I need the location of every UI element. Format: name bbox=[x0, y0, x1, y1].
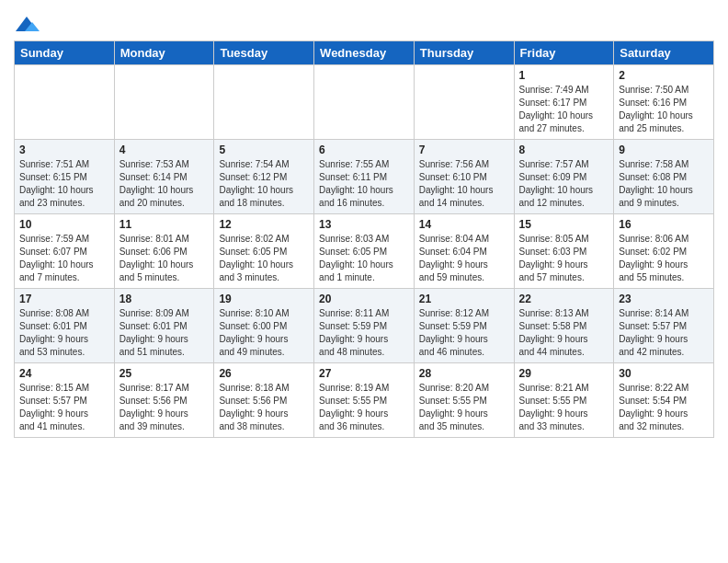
calendar-cell: 8Sunrise: 7:57 AM Sunset: 6:09 PM Daylig… bbox=[514, 140, 614, 214]
weekday-header-row: SundayMondayTuesdayWednesdayThursdayFrid… bbox=[15, 41, 714, 65]
day-number: 30 bbox=[619, 367, 709, 380]
day-number: 14 bbox=[419, 218, 509, 231]
day-info: Sunrise: 7:58 AM Sunset: 6:08 PM Dayligh… bbox=[619, 158, 709, 210]
calendar-cell: 14Sunrise: 8:04 AM Sunset: 6:04 PM Dayli… bbox=[414, 214, 514, 289]
calendar-table: SundayMondayTuesdayWednesdayThursdayFrid… bbox=[14, 40, 714, 438]
day-info: Sunrise: 8:03 AM Sunset: 6:05 PM Dayligh… bbox=[319, 233, 409, 284]
day-number: 22 bbox=[519, 293, 609, 305]
calendar-cell: 29Sunrise: 8:21 AM Sunset: 5:55 PM Dayli… bbox=[514, 363, 614, 438]
day-number: 12 bbox=[219, 218, 309, 231]
day-info: Sunrise: 8:01 AM Sunset: 6:06 PM Dayligh… bbox=[119, 233, 210, 284]
day-number: 21 bbox=[419, 293, 509, 305]
week-row-1: 1Sunrise: 7:49 AM Sunset: 6:17 PM Daylig… bbox=[15, 65, 714, 140]
week-row-5: 24Sunrise: 8:15 AM Sunset: 5:57 PM Dayli… bbox=[15, 363, 714, 438]
weekday-header-thursday: Thursday bbox=[414, 41, 514, 65]
day-number: 13 bbox=[319, 218, 409, 231]
day-info: Sunrise: 7:49 AM Sunset: 6:17 PM Dayligh… bbox=[519, 84, 609, 135]
day-number: 10 bbox=[19, 218, 109, 231]
weekday-header-saturday: Saturday bbox=[614, 41, 714, 65]
day-info: Sunrise: 8:02 AM Sunset: 6:05 PM Dayligh… bbox=[219, 233, 309, 284]
day-number: 3 bbox=[19, 144, 109, 156]
calendar-cell: 17Sunrise: 8:08 AM Sunset: 6:01 PM Dayli… bbox=[15, 289, 115, 363]
calendar-cell: 22Sunrise: 8:13 AM Sunset: 5:58 PM Dayli… bbox=[514, 289, 614, 363]
calendar-cell bbox=[214, 65, 314, 140]
day-info: Sunrise: 8:08 AM Sunset: 6:01 PM Dayligh… bbox=[19, 307, 109, 359]
day-number: 5 bbox=[219, 144, 309, 156]
day-number: 1 bbox=[519, 69, 609, 82]
calendar-cell: 4Sunrise: 7:53 AM Sunset: 6:14 PM Daylig… bbox=[114, 140, 214, 214]
week-row-4: 17Sunrise: 8:08 AM Sunset: 6:01 PM Dayli… bbox=[15, 289, 714, 363]
calendar-cell bbox=[414, 65, 514, 140]
day-number: 28 bbox=[419, 367, 509, 380]
day-number: 4 bbox=[119, 144, 210, 156]
day-number: 27 bbox=[319, 367, 409, 380]
day-info: Sunrise: 7:53 AM Sunset: 6:14 PM Dayligh… bbox=[119, 158, 210, 210]
page-header bbox=[14, 9, 714, 35]
day-number: 26 bbox=[219, 367, 309, 380]
calendar-cell: 28Sunrise: 8:20 AM Sunset: 5:55 PM Dayli… bbox=[414, 363, 514, 438]
day-number: 29 bbox=[519, 367, 609, 380]
calendar-cell bbox=[15, 65, 115, 140]
logo-icon bbox=[14, 15, 40, 35]
calendar-cell: 2Sunrise: 7:50 AM Sunset: 6:16 PM Daylig… bbox=[614, 65, 714, 140]
day-info: Sunrise: 7:50 AM Sunset: 6:16 PM Dayligh… bbox=[619, 84, 709, 135]
day-info: Sunrise: 8:05 AM Sunset: 6:03 PM Dayligh… bbox=[519, 233, 609, 284]
calendar-cell: 23Sunrise: 8:14 AM Sunset: 5:57 PM Dayli… bbox=[614, 289, 714, 363]
calendar-cell: 12Sunrise: 8:02 AM Sunset: 6:05 PM Dayli… bbox=[214, 214, 314, 289]
day-number: 9 bbox=[619, 144, 709, 156]
calendar-cell: 7Sunrise: 7:56 AM Sunset: 6:10 PM Daylig… bbox=[414, 140, 514, 214]
day-info: Sunrise: 8:12 AM Sunset: 5:59 PM Dayligh… bbox=[419, 307, 509, 359]
calendar-cell: 9Sunrise: 7:58 AM Sunset: 6:08 PM Daylig… bbox=[614, 140, 714, 214]
calendar-cell: 18Sunrise: 8:09 AM Sunset: 6:01 PM Dayli… bbox=[114, 289, 214, 363]
day-number: 11 bbox=[119, 218, 210, 231]
day-number: 24 bbox=[19, 367, 109, 380]
calendar-cell: 6Sunrise: 7:55 AM Sunset: 6:11 PM Daylig… bbox=[314, 140, 415, 214]
day-number: 19 bbox=[219, 293, 309, 305]
day-info: Sunrise: 8:10 AM Sunset: 6:00 PM Dayligh… bbox=[219, 307, 309, 359]
day-info: Sunrise: 7:56 AM Sunset: 6:10 PM Dayligh… bbox=[419, 158, 509, 210]
calendar-cell: 5Sunrise: 7:54 AM Sunset: 6:12 PM Daylig… bbox=[214, 140, 314, 214]
day-info: Sunrise: 7:55 AM Sunset: 6:11 PM Dayligh… bbox=[319, 158, 409, 210]
calendar-cell: 1Sunrise: 7:49 AM Sunset: 6:17 PM Daylig… bbox=[514, 65, 614, 140]
day-info: Sunrise: 8:17 AM Sunset: 5:56 PM Dayligh… bbox=[119, 382, 210, 433]
day-number: 7 bbox=[419, 144, 509, 156]
day-number: 2 bbox=[619, 69, 709, 82]
calendar-cell: 10Sunrise: 7:59 AM Sunset: 6:07 PM Dayli… bbox=[15, 214, 115, 289]
day-info: Sunrise: 8:11 AM Sunset: 5:59 PM Dayligh… bbox=[319, 307, 409, 359]
day-number: 18 bbox=[119, 293, 210, 305]
day-info: Sunrise: 8:14 AM Sunset: 5:57 PM Dayligh… bbox=[619, 307, 709, 359]
day-number: 20 bbox=[319, 293, 409, 305]
calendar-cell: 20Sunrise: 8:11 AM Sunset: 5:59 PM Dayli… bbox=[314, 289, 415, 363]
day-number: 25 bbox=[119, 367, 210, 380]
week-row-2: 3Sunrise: 7:51 AM Sunset: 6:15 PM Daylig… bbox=[15, 140, 714, 214]
day-info: Sunrise: 8:19 AM Sunset: 5:55 PM Dayligh… bbox=[319, 382, 409, 433]
calendar-cell: 21Sunrise: 8:12 AM Sunset: 5:59 PM Dayli… bbox=[414, 289, 514, 363]
day-info: Sunrise: 8:06 AM Sunset: 6:02 PM Dayligh… bbox=[619, 233, 709, 284]
day-number: 17 bbox=[19, 293, 109, 305]
day-number: 23 bbox=[619, 293, 709, 305]
weekday-header-tuesday: Tuesday bbox=[214, 41, 314, 65]
day-info: Sunrise: 7:54 AM Sunset: 6:12 PM Dayligh… bbox=[219, 158, 309, 210]
calendar-cell: 24Sunrise: 8:15 AM Sunset: 5:57 PM Dayli… bbox=[15, 363, 115, 438]
calendar-cell bbox=[314, 65, 415, 140]
calendar-cell: 27Sunrise: 8:19 AM Sunset: 5:55 PM Dayli… bbox=[314, 363, 415, 438]
day-number: 8 bbox=[519, 144, 609, 156]
week-row-3: 10Sunrise: 7:59 AM Sunset: 6:07 PM Dayli… bbox=[15, 214, 714, 289]
calendar-cell: 25Sunrise: 8:17 AM Sunset: 5:56 PM Dayli… bbox=[114, 363, 214, 438]
day-info: Sunrise: 8:18 AM Sunset: 5:56 PM Dayligh… bbox=[219, 382, 309, 433]
day-info: Sunrise: 8:09 AM Sunset: 6:01 PM Dayligh… bbox=[119, 307, 210, 359]
day-info: Sunrise: 7:57 AM Sunset: 6:09 PM Dayligh… bbox=[519, 158, 609, 210]
day-info: Sunrise: 8:04 AM Sunset: 6:04 PM Dayligh… bbox=[419, 233, 509, 284]
weekday-header-monday: Monday bbox=[114, 41, 214, 65]
day-number: 6 bbox=[319, 144, 409, 156]
calendar-cell: 11Sunrise: 8:01 AM Sunset: 6:06 PM Dayli… bbox=[114, 214, 214, 289]
calendar-cell: 3Sunrise: 7:51 AM Sunset: 6:15 PM Daylig… bbox=[15, 140, 115, 214]
calendar-cell: 30Sunrise: 8:22 AM Sunset: 5:54 PM Dayli… bbox=[614, 363, 714, 438]
day-info: Sunrise: 8:22 AM Sunset: 5:54 PM Dayligh… bbox=[619, 382, 709, 433]
calendar-cell: 13Sunrise: 8:03 AM Sunset: 6:05 PM Dayli… bbox=[314, 214, 415, 289]
day-number: 15 bbox=[519, 218, 609, 231]
day-info: Sunrise: 7:59 AM Sunset: 6:07 PM Dayligh… bbox=[19, 233, 109, 284]
day-info: Sunrise: 8:13 AM Sunset: 5:58 PM Dayligh… bbox=[519, 307, 609, 359]
logo bbox=[14, 15, 43, 35]
calendar-cell bbox=[114, 65, 214, 140]
